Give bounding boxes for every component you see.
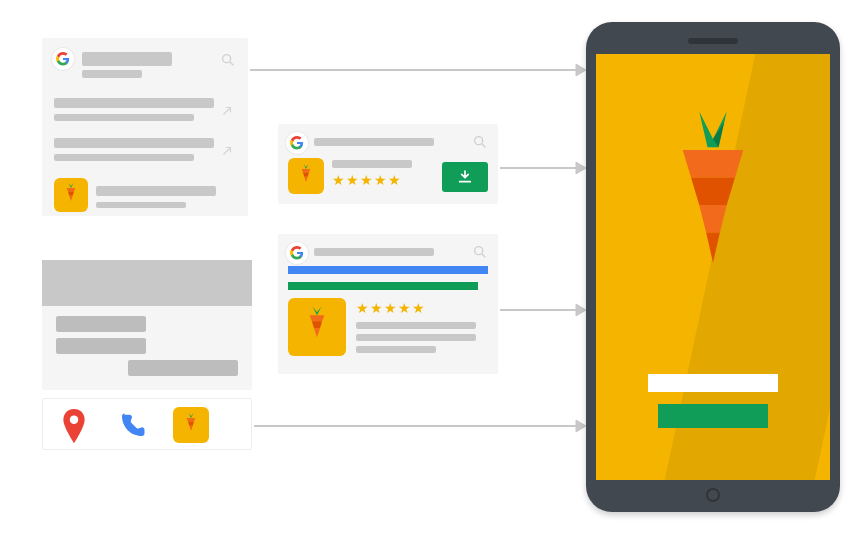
svg-marker-34 bbox=[691, 177, 735, 205]
svg-marker-21 bbox=[312, 321, 322, 328]
phone-speaker bbox=[688, 38, 738, 44]
flow-arrow bbox=[250, 60, 586, 80]
svg-marker-10 bbox=[189, 426, 192, 431]
outbound-arrow-icon bbox=[220, 144, 234, 158]
svg-point-0 bbox=[223, 55, 231, 63]
download-icon bbox=[457, 169, 473, 185]
carrot-app-icon bbox=[288, 158, 324, 194]
phone-home-button bbox=[706, 488, 720, 502]
card-play-compact: ★★★★★ bbox=[278, 124, 498, 204]
svg-marker-5 bbox=[69, 196, 72, 201]
svg-point-11 bbox=[475, 137, 483, 145]
svg-marker-36 bbox=[706, 232, 720, 262]
card-local-actions bbox=[42, 398, 252, 450]
svg-marker-28 bbox=[576, 304, 586, 316]
svg-marker-9 bbox=[188, 422, 194, 426]
svg-marker-14 bbox=[302, 169, 311, 172]
google-g-icon bbox=[286, 242, 308, 264]
svg-marker-24 bbox=[576, 64, 586, 76]
svg-point-6 bbox=[70, 415, 79, 424]
svg-marker-4 bbox=[68, 192, 74, 196]
phone-cta-primary[interactable] bbox=[648, 374, 778, 392]
download-button[interactable] bbox=[442, 162, 488, 192]
carrot-app-icon bbox=[288, 298, 346, 356]
flow-arrow bbox=[254, 416, 586, 436]
svg-marker-35 bbox=[699, 205, 727, 233]
card-play-full: ★★★★★ bbox=[278, 234, 498, 374]
flow-arrow bbox=[500, 158, 586, 178]
search-icon bbox=[220, 52, 236, 68]
rating-stars: ★★★★★ bbox=[332, 172, 402, 188]
google-g-icon bbox=[286, 132, 308, 154]
svg-marker-16 bbox=[304, 177, 307, 182]
svg-marker-26 bbox=[576, 162, 586, 174]
svg-marker-2 bbox=[68, 183, 73, 188]
phone-screen bbox=[596, 54, 830, 480]
svg-marker-13 bbox=[303, 164, 308, 169]
svg-line-1 bbox=[230, 62, 233, 65]
svg-marker-20 bbox=[310, 315, 325, 321]
card-display-placement bbox=[42, 260, 252, 390]
svg-line-12 bbox=[482, 144, 485, 147]
svg-line-18 bbox=[482, 254, 485, 257]
svg-marker-19 bbox=[313, 306, 322, 315]
phone-mockup bbox=[586, 22, 840, 512]
phone-cta-secondary[interactable] bbox=[658, 404, 768, 428]
card-search-results bbox=[42, 38, 248, 216]
svg-marker-3 bbox=[67, 188, 76, 191]
svg-marker-7 bbox=[188, 413, 193, 418]
diagram-canvas: ★★★★★ ★★★★★ bbox=[0, 0, 860, 535]
svg-marker-22 bbox=[314, 328, 320, 337]
phone-call-icon bbox=[117, 411, 147, 441]
google-g-icon bbox=[52, 48, 74, 70]
carrot-app-icon bbox=[658, 108, 768, 292]
svg-marker-33 bbox=[683, 150, 744, 178]
outbound-arrow-icon bbox=[220, 104, 234, 118]
search-icon bbox=[472, 244, 488, 260]
svg-marker-8 bbox=[187, 418, 196, 421]
svg-point-17 bbox=[475, 247, 483, 255]
svg-marker-30 bbox=[576, 420, 586, 432]
svg-marker-15 bbox=[303, 173, 309, 177]
search-icon bbox=[472, 134, 488, 150]
map-pin-icon bbox=[61, 409, 87, 443]
rating-stars: ★★★★★ bbox=[356, 300, 426, 316]
flow-arrow bbox=[500, 300, 586, 320]
svg-marker-31 bbox=[699, 111, 727, 147]
carrot-app-icon bbox=[173, 407, 209, 443]
carrot-app-icon bbox=[54, 178, 88, 212]
